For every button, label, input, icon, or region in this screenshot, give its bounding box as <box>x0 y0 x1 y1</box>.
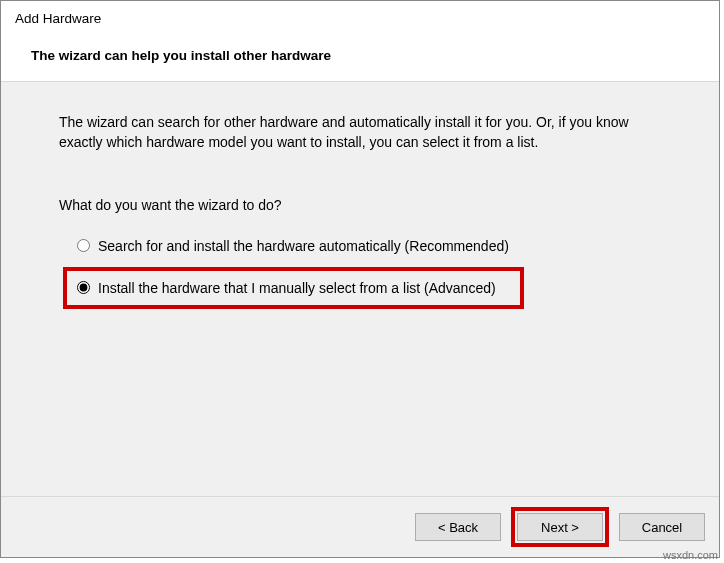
dialog-title: Add Hardware <box>13 11 707 26</box>
option-auto-row[interactable]: Search for and install the hardware auto… <box>71 233 691 259</box>
option-manual-highlight: Install the hardware that I manually sel… <box>63 267 524 309</box>
dialog-footer: < Back Next > Cancel <box>1 496 719 557</box>
radio-auto[interactable] <box>77 239 90 252</box>
cancel-button-wrap: Cancel <box>619 513 705 541</box>
dialog-body: The wizard can search for other hardware… <box>1 82 719 496</box>
option-auto-label: Search for and install the hardware auto… <box>98 237 509 255</box>
cancel-button[interactable]: Cancel <box>619 513 705 541</box>
option-manual-label: Install the hardware that I manually sel… <box>98 279 496 297</box>
next-button-highlight: Next > <box>511 507 609 547</box>
prompt-text: What do you want the wizard to do? <box>59 197 691 213</box>
intro-text: The wizard can search for other hardware… <box>59 112 669 153</box>
option-manual-row[interactable]: Install the hardware that I manually sel… <box>73 279 496 297</box>
watermark: wsxdn.com <box>663 549 718 561</box>
radio-manual[interactable] <box>77 281 90 294</box>
dialog-header: Add Hardware The wizard can help you ins… <box>1 1 719 81</box>
back-button-wrap: < Back <box>415 513 501 541</box>
add-hardware-dialog: Add Hardware The wizard can help you ins… <box>0 0 720 558</box>
next-button[interactable]: Next > <box>517 513 603 541</box>
back-button[interactable]: < Back <box>415 513 501 541</box>
dialog-subtitle: The wizard can help you install other ha… <box>13 48 707 63</box>
